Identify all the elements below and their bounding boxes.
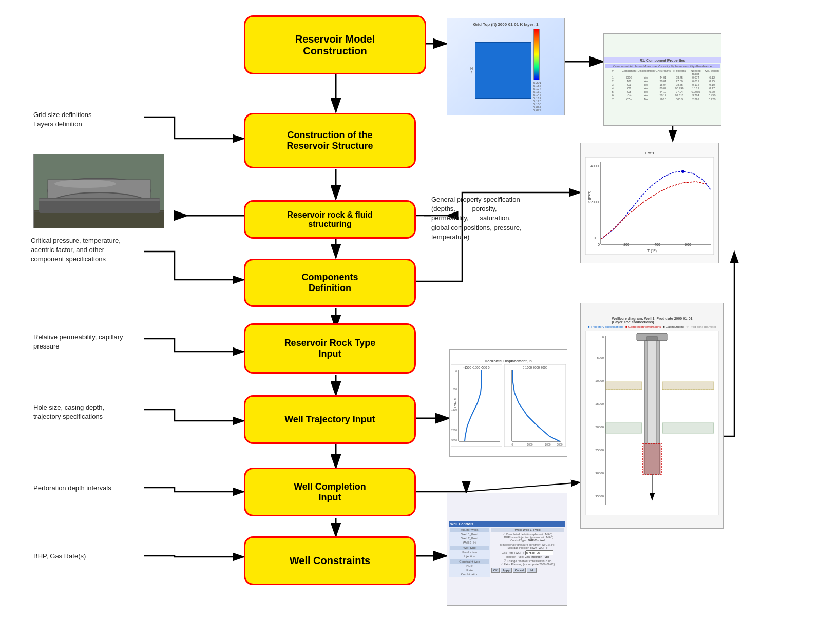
annotation-grid-layers: Grid size definitions Layers definition <box>33 110 91 129</box>
svg-text:0: 0 <box>512 443 513 446</box>
svg-text:3500: 3500 <box>451 439 457 442</box>
svg-rect-75 <box>662 423 714 433</box>
svg-rect-73 <box>662 382 714 390</box>
well-completion-box: Well CompletionInput <box>244 468 416 516</box>
svg-rect-68 <box>647 337 657 341</box>
svg-text:0    1000   2000   3000: 0 1000 2000 3000 <box>523 366 548 369</box>
annotation-bhp-gas: BHP, Gas Rate(s) <box>33 552 86 561</box>
grid-map-blue <box>475 42 531 99</box>
svg-rect-34 <box>34 210 164 228</box>
svg-text:20000: 20000 <box>595 425 604 429</box>
component-properties-screenshot: R1: Component Properties Component Attri… <box>603 33 721 126</box>
annotation-general-property: General property specification(depths, p… <box>431 195 522 242</box>
svg-text:15000: 15000 <box>595 402 604 405</box>
svg-rect-37 <box>39 199 160 201</box>
svg-rect-71 <box>643 443 661 474</box>
annotation-relative-perm: Relative permeability, capillary pressur… <box>33 333 123 351</box>
svg-text:4000: 4000 <box>590 164 599 168</box>
svg-line-13 <box>465 482 580 492</box>
svg-text:1000: 1000 <box>527 443 532 446</box>
main-container: Reservoir Model Construction Constructio… <box>0 0 840 619</box>
phase-envelope-screenshot: 1 of 1 0 200 400 600 0 2000 <box>580 143 719 263</box>
svg-text:500: 500 <box>453 388 457 391</box>
rock-type-box: Reservoir Rock TypeInput <box>244 323 416 374</box>
svg-text:2500: 2500 <box>451 429 457 432</box>
annotation-perforation: Perforation depth intervals <box>33 483 111 493</box>
svg-text:T (°F): T (°F) <box>647 249 657 253</box>
svg-text:2000: 2000 <box>590 200 599 204</box>
components-box: ComponentsDefinition <box>244 259 416 307</box>
annotation-hole-size: Hole size, casing depth, trajectory spec… <box>33 403 104 421</box>
well-constraints-box: Well Constraints <box>244 536 416 585</box>
horizontal-displacement-screenshot: Horizontal Displacement, in -1500 -1000 … <box>449 349 567 457</box>
svg-text:P (psia): P (psia) <box>587 191 591 203</box>
svg-point-19 <box>681 170 684 173</box>
pipeline-photo <box>33 154 164 228</box>
wellbore-diagram-screenshot: Wellbore diagram: Well 1_Prod date 2000-… <box>580 303 724 529</box>
reservoir-model-box: Reservoir Model Construction <box>244 15 426 74</box>
svg-text:0: 0 <box>455 370 457 373</box>
svg-text:25000: 25000 <box>595 449 604 452</box>
well-trajectory-box: Well Trajectory Input <box>244 395 416 444</box>
svg-text:5000: 5000 <box>597 356 604 359</box>
well-constraints-screenshot: Well Controls Aquifer wells Well 1_Prod … <box>447 493 567 606</box>
rock-fluid-box: Reservoir rock & fluidstructuring <box>244 200 416 239</box>
svg-text:35000: 35000 <box>595 495 604 498</box>
svg-rect-16 <box>585 157 714 255</box>
svg-rect-48 <box>504 364 566 447</box>
reservoir-structure-box: Construction of theReservoir Structure <box>244 113 416 168</box>
svg-rect-70 <box>648 341 656 443</box>
svg-text:600: 600 <box>685 243 691 246</box>
svg-rect-74 <box>606 423 642 433</box>
svg-text:0: 0 <box>598 243 600 246</box>
svg-text:200: 200 <box>623 243 629 246</box>
svg-text:3000: 3000 <box>557 443 562 446</box>
svg-text:2000: 2000 <box>545 443 550 446</box>
svg-rect-72 <box>606 382 642 390</box>
grid-top-screenshot: Grid Top (ft) 2000-01-01 K layer: 1 N ↑ … <box>447 18 565 115</box>
svg-point-33 <box>54 180 116 188</box>
svg-text:0: 0 <box>594 236 596 240</box>
svg-text:-1500  -1000  -500   0: -1500 -1000 -500 0 <box>463 366 490 369</box>
annotation-critical-pressure: Critical pressure, temperature, acentric… <box>31 236 121 264</box>
svg-text:TVD, ft: TVD, ft <box>453 398 456 408</box>
svg-text:10000: 10000 <box>595 379 604 382</box>
svg-text:400: 400 <box>654 243 660 246</box>
svg-text:30000: 30000 <box>595 472 604 475</box>
